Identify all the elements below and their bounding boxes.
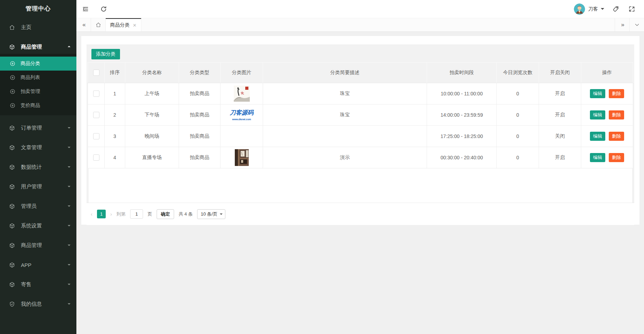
sidebar-submenu-goods: 商品分类 商品列表 拍卖管理 <box>0 54 76 115</box>
delete-button[interactable]: 删除 <box>609 110 624 119</box>
app-title: 管理中心 <box>0 0 76 17</box>
tab-label: 商品分类 <box>110 22 130 28</box>
tab-goods-category[interactable]: 商品分类 ✕ <box>106 18 141 31</box>
delete-button[interactable]: 删除 <box>609 153 624 162</box>
sidebar-item-auction-management[interactable]: 拍卖管理 <box>0 85 76 99</box>
sidebar-group-orders[interactable]: 订单管理 <box>0 121 76 135</box>
plus-circle-icon <box>10 61 15 66</box>
next-page-button[interactable]: › <box>110 211 112 217</box>
sidebar-item-label: 竞价商品 <box>21 102 40 109</box>
goto-confirm-button[interactable]: 确定 <box>157 209 174 219</box>
edit-button[interactable]: 编辑 <box>590 89 605 98</box>
sidebar-group-consignment[interactable]: 寄售 <box>0 277 76 291</box>
sidebar-group-label: 数据统计 <box>21 164 42 170</box>
top-bar: 刀客 <box>76 0 644 18</box>
cell-views: 0 <box>497 104 539 126</box>
chevron-down-icon <box>68 284 70 286</box>
column-header-description: 分类简要描述 <box>263 63 427 83</box>
sidebar-item-home[interactable]: 主页 <box>0 20 76 34</box>
chevron-down-icon <box>68 264 70 267</box>
cube-icon <box>9 164 15 170</box>
page-size-select-wrap: 10 条/页 <box>197 209 225 219</box>
refresh-icon[interactable] <box>95 0 113 18</box>
delete-button[interactable]: 删除 <box>609 89 624 98</box>
category-image-daoke-logo[interactable]: 刀客源码 www.dkewl.com <box>230 110 254 121</box>
sidebar-group-users[interactable]: 用户管理 <box>0 180 76 194</box>
column-header-actions: 操作 <box>581 63 633 83</box>
collapse-menu-icon[interactable] <box>76 0 95 18</box>
table-panel: 添加分类 排序 分类名称 分类类型 <box>87 44 634 203</box>
cell-sort: 4 <box>105 147 125 168</box>
cell-time-range: 14:00:00 - 23:59:59 <box>427 104 497 126</box>
fullscreen-icon[interactable] <box>624 0 640 18</box>
column-header-sort: 排序 <box>105 63 125 83</box>
sidebar-group-label: APP <box>21 262 31 268</box>
sidebar-group-my-info[interactable]: 我的信息 <box>0 297 76 311</box>
column-header-name: 分类名称 <box>125 63 179 83</box>
column-header-type: 分类类型 <box>179 63 220 83</box>
prev-page-button[interactable]: ‹ <box>91 211 92 217</box>
cube-icon <box>9 262 15 268</box>
table-empty-area <box>89 168 632 203</box>
sidebar-item-label: 商品分类 <box>21 60 40 67</box>
scroll-tabs-left-button[interactable]: « <box>76 18 91 31</box>
scroll-tabs-right-button[interactable]: » <box>615 18 629 31</box>
sidebar-group-goods-management-2[interactable]: 商品管理 <box>0 238 76 252</box>
cell-views: 0 <box>497 147 539 168</box>
edit-button[interactable]: 编辑 <box>590 132 605 141</box>
page-size-select[interactable]: 10 条/页 <box>197 209 225 219</box>
admin-screen: 管理中心 主页 商品管理 商品分类 <box>0 0 644 334</box>
sidebar-group-label: 文章管理 <box>21 144 42 151</box>
cell-status: 开启 <box>539 83 581 104</box>
tab-menu-dropdown-button[interactable] <box>629 18 644 31</box>
cell-time-range: 10:00:00 - 11:00:00 <box>427 83 497 104</box>
chevron-down-icon <box>68 205 70 208</box>
table-row: 1 上午场 拍卖商品 <box>88 83 633 104</box>
cell-name: 晚间场 <box>125 126 179 147</box>
sidebar-group-system-settings[interactable]: 系统设置 <box>0 219 76 233</box>
sidebar-group-statistics[interactable]: 数据统计 <box>0 160 76 174</box>
page-number-button[interactable]: 1 <box>97 210 106 218</box>
edit-button[interactable]: 编辑 <box>590 110 605 119</box>
sidebar-item-label: 拍卖管理 <box>21 88 40 95</box>
home-tab-button[interactable] <box>91 18 106 31</box>
sidebar-item-goods-category[interactable]: 商品分类 <box>0 57 76 71</box>
sidebar-group-goods-management[interactable]: 商品管理 <box>0 40 76 54</box>
edit-button[interactable]: 编辑 <box>590 153 605 162</box>
sidebar-item-goods-list[interactable]: 商品列表 <box>0 71 76 85</box>
table-row: 4 直播专场 拍卖商品 <box>88 147 633 168</box>
category-image-interior-photo[interactable] <box>235 149 249 166</box>
delete-button[interactable]: 删除 <box>609 132 624 141</box>
tag-icon[interactable] <box>608 0 624 18</box>
cell-status: 开启 <box>539 147 581 168</box>
plus-circle-icon <box>10 103 15 108</box>
close-icon[interactable]: ✕ <box>133 23 137 28</box>
row-checkbox[interactable] <box>93 154 99 161</box>
cube-icon <box>9 223 15 229</box>
select-all-checkbox[interactable] <box>93 70 99 76</box>
sidebar-group-admins[interactable]: 管理员 <box>0 199 76 213</box>
row-checkbox[interactable] <box>93 112 99 118</box>
user-menu[interactable]: 刀客 <box>574 3 604 15</box>
top-bar-actions <box>608 0 640 18</box>
goto-page-input[interactable] <box>130 209 143 219</box>
sidebar-group-app[interactable]: APP <box>0 258 76 272</box>
table-row: 2 下午场 拍卖商品 刀客源码 www.dkewl.com <box>88 104 633 126</box>
sidebar-item-label: 主页 <box>21 24 31 31</box>
chevron-down-icon <box>68 147 70 150</box>
column-header-status: 开启关闭 <box>539 63 581 83</box>
shield-check-icon <box>9 301 15 307</box>
sidebar-group-articles[interactable]: 文章管理 <box>0 140 76 154</box>
cell-image-empty <box>220 126 263 147</box>
row-checkbox[interactable] <box>93 133 99 139</box>
cell-name: 上午场 <box>125 83 179 104</box>
row-checkbox[interactable] <box>93 90 99 97</box>
sidebar-item-bidding-goods[interactable]: 竞价商品 <box>0 99 76 112</box>
cube-icon <box>9 125 15 131</box>
chevron-down-icon <box>634 22 640 28</box>
cube-icon <box>9 145 15 151</box>
add-category-button[interactable]: 添加分类 <box>91 49 120 59</box>
cell-description: 演示 <box>263 147 427 168</box>
category-image-ink-painting[interactable] <box>234 86 250 102</box>
category-table: 排序 分类名称 分类类型 分类图片 分类简要描述 拍卖时间段 今日浏览次数 开启… <box>88 62 633 168</box>
